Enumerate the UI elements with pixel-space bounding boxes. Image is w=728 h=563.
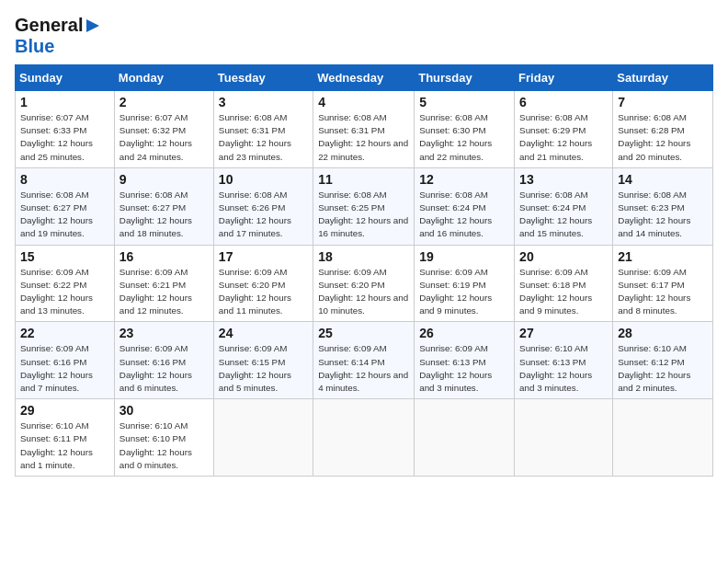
cell-sunrise: Sunrise: 6:08 AMSunset: 6:24 PMDaylight:… (419, 190, 492, 239)
calendar-cell (415, 399, 515, 477)
cell-day-number: 5 (419, 95, 509, 109)
logo-blue-text: Blue (15, 36, 54, 57)
calendar-cell: 23Sunrise: 6:09 AMSunset: 6:16 PMDayligh… (114, 322, 213, 399)
cell-day-number: 23 (119, 326, 209, 340)
cell-day-number: 19 (419, 249, 509, 264)
cell-day-number: 7 (618, 95, 708, 109)
calendar-cell: 25Sunrise: 6:09 AMSunset: 6:14 PMDayligh… (313, 322, 415, 399)
calendar-cell: 4Sunrise: 6:08 AMSunset: 6:31 PMDaylight… (313, 91, 415, 168)
logo-wordmark: General (15, 15, 101, 36)
cell-day-number: 10 (219, 172, 308, 187)
cell-sunrise: Sunrise: 6:09 AMSunset: 6:16 PMDaylight:… (20, 343, 93, 393)
cell-sunrise: Sunrise: 6:09 AMSunset: 6:14 PMDaylight:… (318, 343, 408, 393)
cell-day-number: 21 (618, 249, 708, 264)
cell-day-number: 16 (119, 249, 209, 264)
cell-day-number: 20 (519, 249, 608, 264)
calendar-week-1: 1Sunrise: 6:07 AMSunset: 6:33 PMDaylight… (16, 91, 713, 168)
cell-day-number: 13 (519, 172, 608, 187)
cell-sunrise: Sunrise: 6:08 AMSunset: 6:25 PMDaylight:… (318, 190, 408, 239)
cell-day-number: 9 (119, 172, 209, 187)
cell-sunrise: Sunrise: 6:09 AMSunset: 6:21 PMDaylight:… (119, 267, 192, 316)
calendar-cell: 6Sunrise: 6:08 AMSunset: 6:29 PMDaylight… (515, 91, 613, 168)
cell-sunrise: Sunrise: 6:10 AMSunset: 6:10 PMDaylight:… (119, 420, 192, 470)
calendar-cell: 13Sunrise: 6:08 AMSunset: 6:24 PMDayligh… (515, 167, 613, 245)
calendar-cell: 10Sunrise: 6:08 AMSunset: 6:26 PMDayligh… (213, 167, 313, 245)
cell-sunrise: Sunrise: 6:07 AMSunset: 6:33 PMDaylight:… (20, 112, 93, 162)
calendar-cell: 27Sunrise: 6:10 AMSunset: 6:13 PMDayligh… (515, 322, 613, 399)
cell-sunrise: Sunrise: 6:10 AMSunset: 6:13 PMDaylight:… (519, 343, 592, 393)
calendar-cell: 18Sunrise: 6:09 AMSunset: 6:20 PMDayligh… (313, 245, 415, 322)
calendar-cell: 22Sunrise: 6:09 AMSunset: 6:16 PMDayligh… (16, 322, 115, 399)
cell-day-number: 28 (618, 326, 708, 340)
header-monday: Monday (114, 65, 213, 91)
logo: General Blue (15, 15, 101, 57)
cell-sunrise: Sunrise: 6:09 AMSunset: 6:18 PMDaylight:… (519, 267, 592, 316)
header-friday: Friday (515, 65, 613, 91)
calendar-cell: 5Sunrise: 6:08 AMSunset: 6:30 PMDaylight… (415, 91, 515, 168)
calendar-header-row: SundayMondayTuesdayWednesdayThursdayFrid… (16, 65, 713, 91)
calendar-cell: 16Sunrise: 6:09 AMSunset: 6:21 PMDayligh… (114, 245, 213, 322)
cell-sunrise: Sunrise: 6:09 AMSunset: 6:17 PMDaylight:… (618, 267, 690, 316)
cell-sunrise: Sunrise: 6:10 AMSunset: 6:12 PMDaylight:… (618, 343, 690, 393)
cell-day-number: 24 (219, 326, 308, 340)
cell-day-number: 8 (20, 172, 109, 187)
cell-sunrise: Sunrise: 6:09 AMSunset: 6:13 PMDaylight:… (419, 343, 492, 393)
calendar-cell: 9Sunrise: 6:08 AMSunset: 6:27 PMDaylight… (114, 167, 213, 245)
header: General Blue (15, 15, 713, 57)
cell-sunrise: Sunrise: 6:08 AMSunset: 6:30 PMDaylight:… (419, 112, 492, 162)
calendar-cell: 26Sunrise: 6:09 AMSunset: 6:13 PMDayligh… (415, 322, 515, 399)
calendar-cell: 20Sunrise: 6:09 AMSunset: 6:18 PMDayligh… (515, 245, 613, 322)
cell-sunrise: Sunrise: 6:08 AMSunset: 6:29 PMDaylight:… (519, 112, 592, 162)
cell-day-number: 15 (20, 249, 109, 264)
header-thursday: Thursday (415, 65, 515, 91)
cell-sunrise: Sunrise: 6:08 AMSunset: 6:31 PMDaylight:… (219, 112, 291, 162)
cell-sunrise: Sunrise: 6:08 AMSunset: 6:31 PMDaylight:… (318, 112, 408, 162)
calendar-cell: 3Sunrise: 6:08 AMSunset: 6:31 PMDaylight… (213, 91, 313, 168)
calendar-cell (515, 399, 613, 477)
cell-sunrise: Sunrise: 6:09 AMSunset: 6:19 PMDaylight:… (419, 267, 492, 316)
calendar-cell: 8Sunrise: 6:08 AMSunset: 6:27 PMDaylight… (16, 167, 115, 245)
calendar-cell: 17Sunrise: 6:09 AMSunset: 6:20 PMDayligh… (213, 245, 313, 322)
cell-day-number: 22 (20, 326, 109, 340)
calendar-cell: 21Sunrise: 6:09 AMSunset: 6:17 PMDayligh… (613, 245, 713, 322)
cell-day-number: 6 (519, 95, 608, 109)
calendar: SundayMondayTuesdayWednesdayThursdayFrid… (15, 64, 713, 477)
calendar-cell (213, 399, 313, 477)
calendar-cell: 30Sunrise: 6:10 AMSunset: 6:10 PMDayligh… (114, 399, 213, 477)
calendar-cell: 1Sunrise: 6:07 AMSunset: 6:33 PMDaylight… (16, 91, 115, 168)
cell-sunrise: Sunrise: 6:07 AMSunset: 6:32 PMDaylight:… (119, 112, 192, 162)
calendar-week-3: 15Sunrise: 6:09 AMSunset: 6:22 PMDayligh… (16, 245, 713, 322)
header-tuesday: Tuesday (213, 65, 313, 91)
calendar-cell: 2Sunrise: 6:07 AMSunset: 6:32 PMDaylight… (114, 91, 213, 168)
calendar-cell: 29Sunrise: 6:10 AMSunset: 6:11 PMDayligh… (16, 399, 115, 477)
calendar-week-4: 22Sunrise: 6:09 AMSunset: 6:16 PMDayligh… (16, 322, 713, 399)
header-saturday: Saturday (613, 65, 713, 91)
cell-day-number: 2 (119, 95, 209, 109)
calendar-week-5: 29Sunrise: 6:10 AMSunset: 6:11 PMDayligh… (16, 399, 713, 477)
calendar-cell: 28Sunrise: 6:10 AMSunset: 6:12 PMDayligh… (613, 322, 713, 399)
cell-day-number: 29 (20, 403, 109, 418)
calendar-cell (613, 399, 713, 477)
cell-sunrise: Sunrise: 6:10 AMSunset: 6:11 PMDaylight:… (20, 420, 93, 470)
cell-day-number: 14 (618, 172, 708, 187)
cell-day-number: 12 (419, 172, 509, 187)
cell-sunrise: Sunrise: 6:09 AMSunset: 6:16 PMDaylight:… (119, 343, 192, 393)
cell-sunrise: Sunrise: 6:09 AMSunset: 6:20 PMDaylight:… (219, 267, 291, 316)
cell-day-number: 4 (318, 95, 409, 109)
cell-sunrise: Sunrise: 6:09 AMSunset: 6:20 PMDaylight:… (318, 267, 408, 316)
logo-general-text: General (15, 15, 83, 36)
svg-marker-0 (86, 19, 99, 32)
cell-day-number: 11 (318, 172, 409, 187)
cell-sunrise: Sunrise: 6:08 AMSunset: 6:23 PMDaylight:… (618, 190, 690, 239)
cell-sunrise: Sunrise: 6:08 AMSunset: 6:27 PMDaylight:… (119, 190, 192, 239)
cell-sunrise: Sunrise: 6:09 AMSunset: 6:15 PMDaylight:… (219, 343, 291, 393)
cell-day-number: 26 (419, 326, 509, 340)
calendar-cell: 19Sunrise: 6:09 AMSunset: 6:19 PMDayligh… (415, 245, 515, 322)
cell-day-number: 3 (219, 95, 308, 109)
cell-sunrise: Sunrise: 6:08 AMSunset: 6:24 PMDaylight:… (519, 190, 592, 239)
cell-day-number: 25 (318, 326, 409, 340)
calendar-cell: 15Sunrise: 6:09 AMSunset: 6:22 PMDayligh… (16, 245, 115, 322)
cell-sunrise: Sunrise: 6:09 AMSunset: 6:22 PMDaylight:… (20, 267, 93, 316)
calendar-cell: 12Sunrise: 6:08 AMSunset: 6:24 PMDayligh… (415, 167, 515, 245)
calendar-cell: 11Sunrise: 6:08 AMSunset: 6:25 PMDayligh… (313, 167, 415, 245)
